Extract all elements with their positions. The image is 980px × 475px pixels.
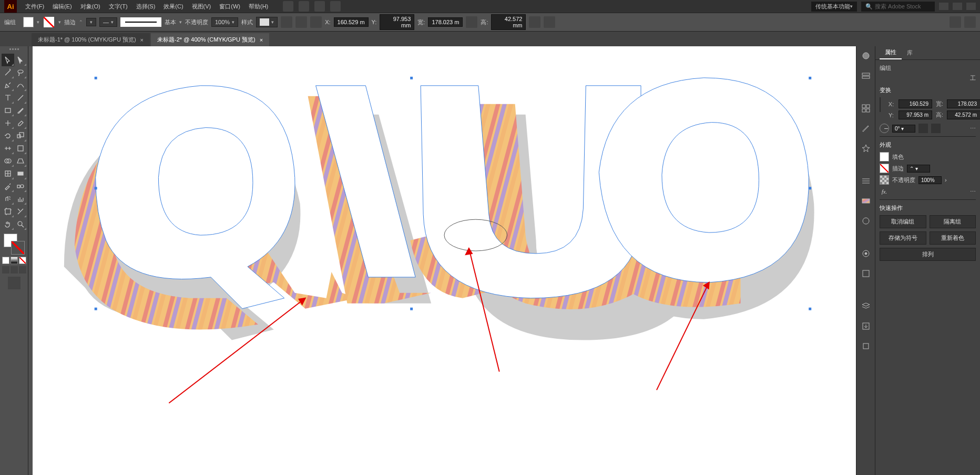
opacity-input[interactable]: 100%▾ — [211, 17, 238, 27]
pen-tool[interactable] — [2, 79, 14, 92]
canvas[interactable] — [33, 46, 856, 475]
color-panel-icon[interactable] — [860, 49, 872, 62]
type-tool[interactable] — [2, 92, 14, 104]
search-input[interactable]: 🔍 搜索 Adobe Stock — [861, 2, 935, 12]
symbol-sprayer-tool[interactable] — [2, 193, 14, 205]
draw-normal[interactable] — [2, 266, 9, 274]
stroke-weight-dd[interactable]: ⌃ ▾ — [907, 165, 930, 173]
opacity-dd[interactable]: 100% — [918, 176, 942, 184]
y-input[interactable]: 97.953 mm — [380, 14, 414, 30]
more-options-icon[interactable]: ⋯ — [970, 188, 976, 195]
shape-mode-icon[interactable] — [529, 16, 540, 28]
rotate-dial[interactable] — [880, 124, 889, 133]
flip-horizontal-button[interactable] — [918, 124, 928, 133]
slice-tool[interactable] — [14, 205, 27, 218]
shape-builder-tool[interactable] — [2, 155, 14, 167]
eraser-tool[interactable] — [14, 117, 27, 129]
tab-doc1[interactable]: 未标题-1* @ 100% (CMYK/GPU 预览) × — [32, 33, 150, 46]
draw-inside[interactable] — [19, 266, 26, 274]
more-link[interactable]: 工 — [880, 74, 976, 82]
recolor-icon[interactable] — [281, 16, 292, 28]
stroke-color[interactable] — [11, 241, 25, 255]
gpu-icon[interactable] — [330, 1, 341, 12]
menu-object[interactable]: 对象(O) — [76, 3, 105, 11]
stroke-weight-dd[interactable]: ▾ — [86, 18, 96, 26]
close-button[interactable] — [966, 3, 976, 10]
close-icon[interactable]: × — [140, 37, 144, 43]
hand-tool[interactable] — [2, 218, 14, 230]
stroke-swatch[interactable] — [43, 16, 55, 28]
color-guide-icon[interactable] — [860, 69, 872, 82]
flip-vertical-button[interactable] — [931, 124, 941, 133]
h-input[interactable]: 42.572 mm — [491, 14, 526, 30]
gradient-panel-icon[interactable] — [860, 195, 872, 207]
rotate-tool[interactable] — [2, 129, 14, 142]
stroke-weight-link[interactable]: ⌃ — [79, 19, 83, 25]
var-width-dd[interactable]: —▾ — [99, 17, 117, 27]
minimize-button[interactable] — [939, 3, 948, 10]
isolate-icon[interactable] — [544, 16, 555, 28]
doc-setup-icon[interactable] — [950, 16, 961, 28]
curvature-tool[interactable] — [14, 79, 27, 92]
panel-grip[interactable] — [4, 48, 25, 52]
h-input[interactable]: 42.572 m — [947, 110, 980, 119]
artboards-panel-icon[interactable] — [860, 340, 872, 352]
more-options-icon[interactable]: ⋯ — [970, 125, 976, 132]
fill-swatch[interactable] — [880, 152, 889, 161]
save-as-symbol-button[interactable]: 存储为符号 — [880, 231, 926, 245]
direct-selection-tool[interactable] — [14, 54, 27, 66]
tab-doc2[interactable]: 未标题-2* @ 400% (CMYK/GPU 预览) × — [151, 33, 269, 46]
isolate-group-button[interactable]: 隔离组 — [930, 215, 976, 228]
rotate-input[interactable]: 0° ▾ — [892, 125, 915, 133]
maximize-button[interactable] — [953, 3, 962, 10]
menu-edit[interactable]: 编辑(E) — [48, 3, 76, 11]
constrain-link-icon[interactable] — [466, 16, 477, 28]
chevron-down-icon[interactable]: ▾ — [58, 19, 61, 25]
perspective-tool[interactable] — [14, 155, 27, 167]
mesh-tool[interactable] — [2, 167, 14, 180]
swatches-panel-icon[interactable] — [860, 102, 872, 115]
width-tool[interactable] — [2, 142, 14, 155]
artboard-tool[interactable] — [2, 205, 14, 218]
prefs-icon[interactable] — [964, 16, 976, 28]
transform-anchor-icon[interactable] — [310, 16, 322, 28]
menu-select[interactable]: 选择(S) — [132, 3, 160, 11]
lasso-tool[interactable] — [14, 66, 27, 79]
chevron-down-icon[interactable]: ▾ — [179, 19, 182, 25]
color-mode-gradient[interactable] — [11, 257, 18, 264]
tab-properties[interactable]: 属性 — [880, 46, 902, 59]
menu-file[interactable]: 文件(F) — [21, 3, 48, 11]
workspace-dropdown[interactable]: 传统基本功能 ▾ — [811, 2, 857, 12]
recolor-button[interactable]: 重新着色 — [930, 231, 976, 245]
x-input[interactable]: 160.529 m — [334, 17, 369, 27]
menu-view[interactable]: 视图(V) — [188, 3, 216, 11]
chevron-right-icon[interactable]: › — [945, 177, 947, 183]
bridge-icon[interactable] — [283, 1, 293, 12]
fx-icon[interactable]: fx. — [880, 187, 889, 196]
zoom-tool[interactable] — [14, 218, 27, 230]
w-input[interactable]: 178.023 — [947, 99, 980, 108]
stock-icon[interactable] — [299, 1, 309, 12]
shaper-tool[interactable] — [2, 117, 14, 129]
transparency-panel-icon[interactable] — [860, 215, 872, 227]
appearance-panel-icon[interactable] — [860, 247, 872, 260]
free-transform-tool[interactable] — [14, 142, 27, 155]
reference-point-widget[interactable] — [880, 97, 881, 112]
magic-wand-tool[interactable] — [2, 66, 14, 79]
menu-type[interactable]: 文字(T) — [105, 3, 132, 11]
stroke-swatch[interactable] — [880, 164, 889, 173]
rectangle-tool[interactable] — [2, 104, 14, 117]
fill-swatch[interactable] — [23, 17, 34, 27]
chevron-down-icon[interactable]: ▾ — [37, 19, 39, 25]
draw-behind[interactable] — [11, 266, 18, 274]
paintbrush-tool[interactable] — [14, 104, 27, 117]
style-dd[interactable]: ▾ — [256, 17, 278, 27]
y-input[interactable]: 97.953 m — [899, 110, 932, 119]
brush-preview[interactable] — [120, 17, 161, 27]
close-icon[interactable]: × — [260, 37, 263, 43]
screen-mode-button[interactable] — [8, 277, 21, 289]
tab-libraries[interactable]: 库 — [902, 47, 918, 59]
menu-help[interactable]: 帮助(H) — [244, 3, 272, 11]
arrange-docs-icon[interactable] — [314, 1, 325, 12]
graph-tool[interactable] — [14, 193, 27, 205]
